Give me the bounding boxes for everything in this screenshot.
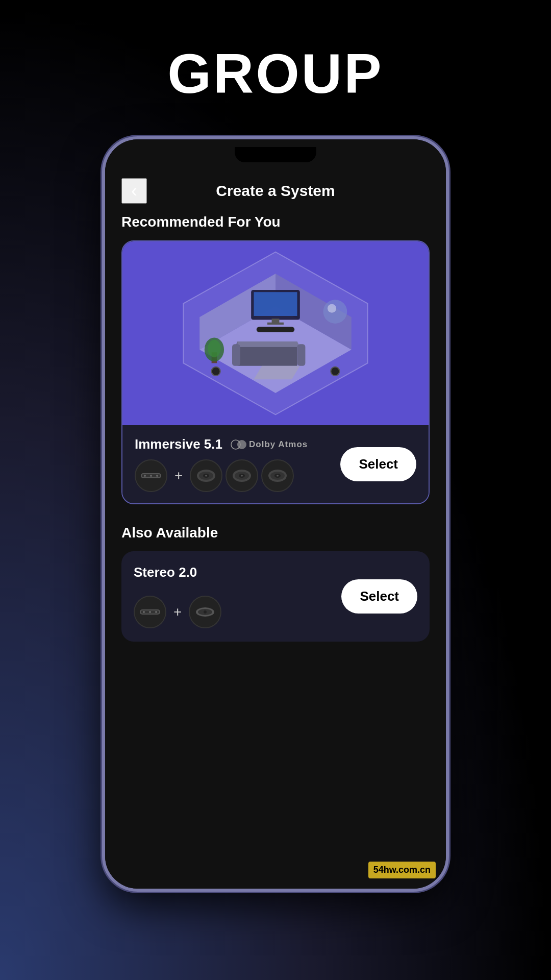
card-title: Immersive 5.1 — [135, 436, 222, 452]
svg-marker-11 — [238, 341, 300, 347]
satellite-speaker-group — [190, 459, 294, 492]
plus-separator: + — [174, 468, 183, 484]
svg-marker-14 — [254, 366, 300, 380]
also-available-label: Also Available — [121, 525, 430, 541]
svg-point-17 — [208, 340, 221, 357]
stereo-speaker-1 — [134, 596, 166, 628]
dolby-icon — [231, 439, 247, 450]
svg-point-48 — [204, 610, 207, 614]
svg-rect-7 — [267, 323, 284, 325]
speaker-row: + — [135, 459, 308, 492]
svg-point-27 — [150, 475, 152, 477]
stereo-version: 2.0 — [179, 565, 197, 580]
stereo-card-title: Stereo 2.0 — [134, 565, 221, 580]
satellite-speaker-1 — [190, 459, 222, 492]
stereo-plus-separator: + — [173, 604, 182, 620]
watermark-text: 54hw.com.cn — [373, 865, 431, 875]
page-title: GROUP — [102, 41, 449, 106]
svg-rect-6 — [272, 318, 280, 323]
phone-top-bar — [105, 139, 446, 170]
svg-point-36 — [241, 475, 243, 477]
svg-point-26 — [144, 475, 146, 477]
svg-point-19 — [328, 304, 336, 313]
svg-point-21 — [331, 367, 339, 376]
stereo-title-bold: Stereo — [134, 565, 175, 580]
screen-title: Create a System — [216, 182, 335, 200]
back-icon: ‹ — [131, 180, 137, 202]
svg-marker-9 — [238, 347, 297, 366]
stereo-speaker-2 — [189, 596, 221, 628]
recommended-select-button[interactable]: Select — [340, 447, 416, 481]
svg-point-40 — [277, 475, 279, 477]
card-info: Immersive 5.1 Dolby Atmos — [135, 436, 308, 492]
recommended-card: Immersive 5.1 Dolby Atmos — [121, 240, 430, 504]
svg-point-32 — [205, 475, 207, 477]
svg-point-23 — [237, 440, 246, 449]
also-available-card: Stereo 2.0 — [121, 551, 430, 642]
page-background: GROUP ‹ Create a System Recommended For … — [102, 0, 449, 892]
stereo-speaker-row: + — [134, 596, 221, 628]
dolby-text: Dolby Atmos — [249, 439, 308, 450]
svg-rect-13 — [297, 344, 306, 366]
screen-header: ‹ Create a System — [121, 170, 430, 214]
svg-point-44 — [149, 611, 151, 613]
phone-frame: ‹ Create a System Recommended For You — [102, 136, 449, 892]
satellite-speaker-2 — [226, 459, 258, 492]
phone-content: ‹ Create a System Recommended For You — [105, 170, 446, 889]
card-title-row: Immersive 5.1 Dolby Atmos — [135, 436, 308, 452]
dolby-badge: Dolby Atmos — [231, 439, 308, 450]
soundbar-icon — [135, 459, 167, 492]
recommended-section-label: Recommended For You — [121, 214, 430, 230]
svg-point-43 — [143, 611, 145, 613]
svg-point-28 — [156, 475, 158, 477]
also-available-section: Also Available Stereo 2.0 — [121, 525, 430, 642]
svg-rect-12 — [232, 344, 240, 366]
room-illustration — [122, 241, 429, 425]
svg-rect-5 — [254, 292, 297, 316]
stereo-card-info: Stereo 2.0 — [134, 565, 221, 628]
svg-point-45 — [155, 611, 157, 613]
satellite-speaker-3 — [261, 459, 294, 492]
watermark: 54hw.com.cn — [368, 862, 436, 878]
back-button[interactable]: ‹ — [121, 178, 147, 204]
phone-notch — [235, 147, 316, 162]
svg-rect-8 — [257, 327, 294, 332]
svg-point-18 — [323, 300, 347, 324]
svg-point-20 — [212, 367, 220, 376]
card-bottom: Immersive 5.1 Dolby Atmos — [122, 425, 429, 503]
stereo-select-button[interactable]: Select — [341, 579, 417, 614]
card-image-area — [122, 241, 429, 425]
